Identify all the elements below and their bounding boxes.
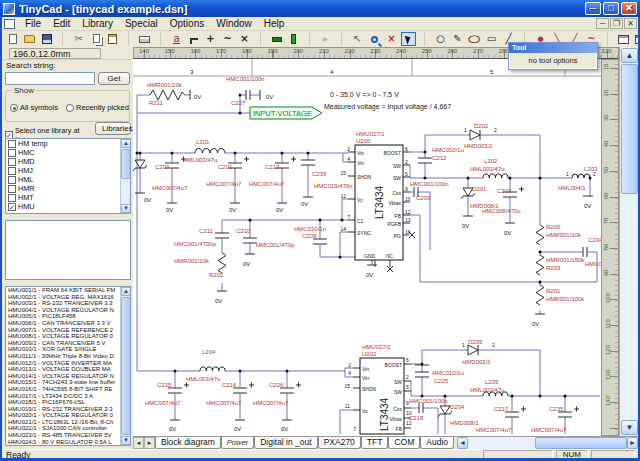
schematic-label[interactable]: 11: [341, 193, 346, 199]
scroll-up-icon[interactable]: ▲: [121, 287, 131, 296]
schematic-label[interactable]: C225: [434, 378, 449, 384]
disabled-arrow-icon[interactable]: ▸: [318, 32, 333, 46]
schematic-label[interactable]: U200: [356, 138, 371, 144]
schematic-label[interactable]: 0V: [194, 94, 201, 100]
paste-icon[interactable]: [105, 32, 120, 46]
schematic-label[interactable]: C202: [497, 188, 512, 194]
schematic-label[interactable]: 0V: [166, 207, 173, 213]
get-button[interactable]: Get: [98, 72, 130, 85]
schematic-label[interactable]: HMC019/470n: [314, 183, 353, 189]
schematic-label[interactable]: C213: [265, 164, 280, 170]
schematic-label[interactable]: 0V: [144, 197, 151, 203]
schematic-label[interactable]: SW: [394, 379, 402, 385]
schematic-label[interactable]: 5: [405, 171, 408, 177]
checkbox-icon[interactable]: ✓: [8, 203, 16, 211]
schematic-label[interactable]: 4: [347, 156, 350, 162]
block-import-icon[interactable]: [616, 32, 631, 46]
schematic-label[interactable]: SHDN: [357, 174, 372, 180]
schematic-label[interactable]: HMC007/4u7: [206, 181, 242, 187]
schematic-label[interactable]: U202: [362, 351, 377, 357]
schematic-label[interactable]: C215: [157, 382, 172, 388]
schematic-label[interactable]: NC: [386, 253, 394, 259]
schematic-label[interactable]: R211: [149, 100, 164, 106]
schematic-label[interactable]: 6: [406, 357, 409, 363]
tool-palette-title[interactable]: Tool: [509, 43, 597, 53]
schematic-label[interactable]: 2: [347, 146, 350, 152]
horizontal-scrollbar[interactable]: ◄ ►: [457, 437, 638, 449]
scrollbar-thumb[interactable]: [535, 437, 627, 449]
symbol-item[interactable]: HMU022/1 - SJA1000 CAN controller: [6, 425, 130, 432]
schematic-label[interactable]: SYNC: [357, 230, 371, 236]
schematic-label[interactable]: 16: [405, 229, 411, 235]
schematic-label[interactable]: HMD008/1: [450, 420, 479, 426]
symbol-item[interactable]: HMU018/1 - PIC16F676-I/SL: [6, 399, 130, 406]
tab-tft[interactable]: TFT: [361, 437, 389, 449]
schematic-label[interactable]: 2: [348, 362, 351, 368]
schematic-label[interactable]: 11: [345, 403, 350, 409]
scroll-down-icon[interactable]: ▼: [121, 204, 131, 213]
schematic-label[interactable]: Vin: [362, 375, 369, 381]
schematic-label[interactable]: HMR001/10k: [174, 258, 210, 264]
schematic-label[interactable]: C211: [199, 228, 214, 234]
maximize-button[interactable]: □: [603, 2, 619, 15]
schematic-label[interactable]: HMC010/1n: [294, 226, 326, 232]
rectangle-tool-icon[interactable]: ▭: [484, 32, 499, 46]
schematic-label[interactable]: HMC001/100n: [410, 181, 449, 187]
schematic-label[interactable]: HML004/1: [558, 185, 586, 191]
schematic-label[interactable]: C1: [357, 218, 364, 224]
symbol-item[interactable]: HMU005/1 - PIC18LF458: [6, 313, 130, 320]
select-add-icon[interactable]: ↖: [350, 32, 365, 46]
schematic-label[interactable]: PGFB: [387, 221, 401, 227]
polygon-tool-icon[interactable]: ✎: [450, 32, 465, 46]
schematic-label[interactable]: 0V: [243, 261, 250, 267]
schematic-label[interactable]: 0V: [281, 426, 288, 432]
save-icon[interactable]: [39, 32, 54, 46]
tab-power[interactable]: Power: [221, 437, 254, 449]
symbol-item[interactable]: HMU017/1 - LT3434 DC/DC 3 A: [6, 393, 130, 400]
checkbox-icon[interactable]: [8, 194, 16, 202]
schematic-label[interactable]: HMC001/1n: [585, 261, 601, 267]
schematic-label[interactable]: 0V: [234, 426, 241, 432]
schematic-label[interactable]: BOOST: [383, 150, 401, 156]
schematic-label[interactable]: HMC007/4u7: [145, 400, 181, 406]
print-icon[interactable]: [137, 32, 152, 46]
symbol-item[interactable]: HMU013/1 - VOLTAGE DOUBLER MA: [6, 366, 130, 373]
search-input[interactable]: [5, 72, 95, 85]
junction-tool-icon[interactable]: +: [203, 32, 218, 46]
symbol-item[interactable]: HMU021/1 - LTC1863L 12-/16-Bit, 8-Ch: [6, 419, 130, 426]
schematic-label[interactable]: C217: [494, 406, 509, 412]
schematic-label[interactable]: HML003/47u: [183, 157, 217, 163]
cancel-tool-icon[interactable]: ×: [384, 32, 399, 46]
symbol-item[interactable]: HMU019/1 - RS-232 TRANCEIVER 3.3: [6, 406, 130, 413]
symbol-item[interactable]: HMU007/1 - VOLTAGE REFERENCE 2: [6, 327, 130, 334]
schematic-label[interactable]: 7: [353, 426, 356, 432]
symbol-item[interactable]: HMU025/1 - LT6011 Op. Amp SO-8: [6, 445, 130, 446]
schematic-label[interactable]: 1: [462, 342, 465, 348]
cut-icon[interactable]: ✂: [71, 32, 86, 46]
schematic-label[interactable]: HMR001/100k: [546, 296, 585, 302]
schematic-label[interactable]: R200: [546, 224, 561, 230]
tab-digital-in-_out[interactable]: Digital in _out: [254, 437, 318, 449]
menu-edit[interactable]: Edit: [47, 17, 76, 30]
symbol-item[interactable]: HMU023/1 - RS-485 TRANCEIVER 5V: [6, 432, 130, 439]
schematic-label[interactable]: C210: [236, 228, 251, 234]
schematic-label[interactable]: Vbias: [388, 200, 401, 206]
scrollbar-thumb[interactable]: [621, 64, 638, 194]
schematic-label[interactable]: HMD003/1: [462, 359, 491, 365]
minimize-button[interactable]: ─: [585, 2, 601, 15]
schematic-label[interactable]: Css: [392, 190, 401, 196]
schematic-label[interactable]: 15: [344, 383, 350, 389]
schematic-label[interactable]: HMR001/10k: [546, 232, 582, 238]
open-folder-icon[interactable]: [22, 32, 37, 46]
delete-tool-icon[interactable]: ×: [237, 32, 252, 46]
schematic-label[interactable]: C226: [269, 382, 284, 388]
library-item-hmu[interactable]: ✓HMU: [6, 202, 130, 211]
schematic-label[interactable]: HMU017/1: [356, 131, 385, 137]
title-bar[interactable]: TinyCad - [tinycad example.dsn] ─ □ ✕: [0, 0, 640, 17]
schematic-label[interactable]: C200: [155, 164, 170, 170]
schematic-label[interactable]: L203: [584, 166, 598, 172]
checkbox-icon[interactable]: [8, 149, 16, 157]
scrollbar-thumb[interactable]: [121, 297, 131, 435]
schematic-label[interactable]: Css: [393, 406, 402, 412]
library-item-hmc[interactable]: HMC: [6, 148, 130, 157]
